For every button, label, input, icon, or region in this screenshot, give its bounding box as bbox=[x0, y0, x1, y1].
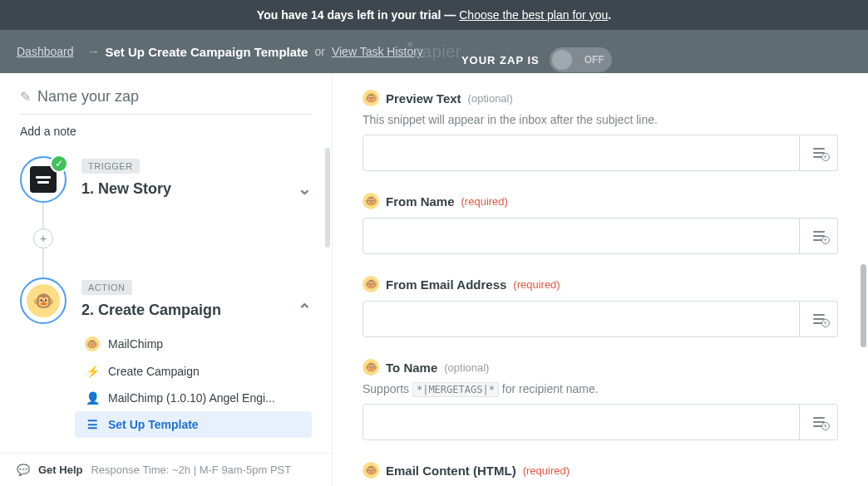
toggle-off-label: OFF bbox=[584, 54, 604, 66]
field-from-email: 🐵 From Email Address (required) + bbox=[362, 276, 838, 337]
trigger-step[interactable]: ✓ TRIGGER 1. New Story ⌄ bbox=[20, 156, 312, 203]
trigger-app-icon: ✓ bbox=[20, 156, 67, 203]
trigger-tag: TRIGGER bbox=[81, 159, 140, 174]
page-title: Set Up Create Campaign Template bbox=[106, 45, 308, 59]
pencil-icon: ✎ bbox=[20, 89, 31, 105]
header: Dashboard → Set Up Create Campaign Templ… bbox=[0, 30, 868, 73]
chevron-up-icon[interactable]: ⌃ bbox=[298, 300, 312, 320]
field-preview-text: 🐵 Preview Text (optional) This snippet w… bbox=[362, 90, 838, 171]
add-note-button[interactable]: Add a note bbox=[20, 125, 312, 138]
mailchimp-icon: 🐵 bbox=[362, 90, 379, 106]
from-email-input[interactable] bbox=[362, 301, 800, 337]
field-email-content: 🐵 Email Content (HTML) (required) bbox=[362, 462, 838, 479]
action-step[interactable]: 🐵 ACTION 2. Create Campaign ⌃ 🐵 MailChim… bbox=[20, 277, 312, 438]
trial-banner: You have 14 days left in your trial — Ch… bbox=[0, 0, 868, 30]
toggle-knob bbox=[552, 50, 572, 70]
from-name-input[interactable] bbox=[362, 218, 800, 254]
mailchimp-icon: 🐵 bbox=[85, 336, 100, 351]
substep-setup-template[interactable]: ☰ Set Up Template bbox=[75, 411, 312, 438]
sidebar-scrollbar[interactable] bbox=[325, 148, 330, 248]
person-icon: 👤 bbox=[85, 391, 100, 405]
mailchimp-icon: 🐵 bbox=[362, 359, 379, 376]
mailchimp-icon: 🐵 bbox=[362, 193, 379, 209]
field-from-name: 🐵 From Name (required) + bbox=[362, 193, 838, 254]
preview-text-input[interactable] bbox=[362, 135, 800, 171]
help-meta: Response Time: ~2h | M-F 9am-5pm PST bbox=[91, 464, 291, 476]
action-app-icon: 🐵 bbox=[20, 277, 67, 324]
chat-icon: 💬 bbox=[17, 464, 30, 476]
dashboard-link[interactable]: Dashboard bbox=[17, 45, 74, 58]
form-panel: 🐵 Preview Text (optional) This snippet w… bbox=[333, 73, 868, 486]
help-label: Get Help bbox=[38, 464, 82, 476]
trigger-title: 1. New Story bbox=[81, 180, 171, 198]
chevron-down-icon[interactable]: ⌄ bbox=[298, 179, 312, 199]
field-to-name: 🐵 To Name (optional) Supports *|MERGETAG… bbox=[362, 359, 838, 440]
action-tag: ACTION bbox=[81, 280, 132, 295]
mailchimp-icon: 🐵 bbox=[362, 462, 379, 479]
zap-status-label: YOUR ZAP IS bbox=[461, 54, 540, 66]
lightning-icon: ⚡ bbox=[85, 365, 100, 378]
substep-app[interactable]: 🐵 MailChimp bbox=[75, 330, 312, 358]
insert-field-button[interactable]: + bbox=[800, 218, 838, 254]
help-bar[interactable]: 💬 Get Help Response Time: ~2h | M-F 9am-… bbox=[0, 453, 332, 486]
sidebar: ✎ Add a note ✓ TRIGGER 1. New Story ⌄ bbox=[0, 73, 333, 486]
template-icon: ☰ bbox=[85, 418, 100, 431]
trial-text: You have 14 days left in your trial — bbox=[257, 8, 456, 22]
or-text: or bbox=[314, 45, 324, 58]
check-icon: ✓ bbox=[50, 155, 68, 173]
to-name-input[interactable] bbox=[362, 404, 800, 440]
substep-account[interactable]: 👤 MailChimp (1.0.10) Angel Engi... bbox=[75, 385, 312, 411]
add-step-button[interactable]: + bbox=[33, 228, 53, 248]
substep-event[interactable]: ⚡ Create Campaign bbox=[75, 358, 312, 385]
mailchimp-icon: 🐵 bbox=[362, 276, 379, 292]
trial-plan-link[interactable]: Choose the best plan for you bbox=[459, 8, 608, 22]
zap-name-row: ✎ bbox=[20, 88, 312, 115]
action-title: 2. Create Campaign bbox=[81, 302, 221, 319]
zap-name-input[interactable] bbox=[37, 88, 312, 106]
insert-field-button[interactable]: + bbox=[800, 404, 838, 440]
breadcrumb-arrow: → bbox=[87, 44, 101, 59]
page-scrollbar[interactable] bbox=[861, 264, 866, 347]
insert-field-button[interactable]: + bbox=[800, 135, 838, 171]
insert-field-button[interactable]: + bbox=[800, 301, 838, 337]
zap-toggle[interactable]: OFF bbox=[550, 47, 612, 72]
